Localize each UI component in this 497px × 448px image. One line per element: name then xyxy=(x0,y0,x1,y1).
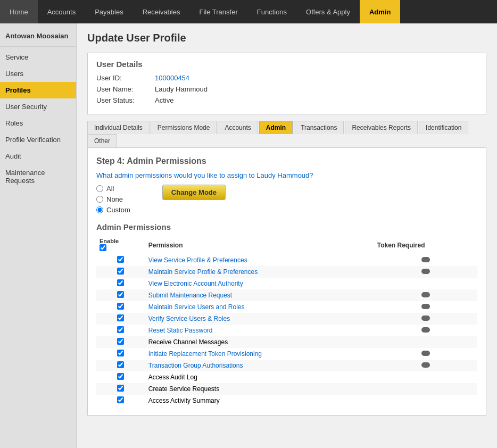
token-cell xyxy=(374,395,477,406)
user-details-title: User Details xyxy=(96,60,477,69)
token-cell xyxy=(374,266,477,278)
sidebar-item-profiles[interactable]: Profiles xyxy=(0,82,76,98)
sidebar-item-audit[interactable]: Audit xyxy=(0,148,76,164)
sidebar-item-roles[interactable]: Roles xyxy=(0,115,76,131)
user-id-value: 100000454 xyxy=(155,74,189,82)
token-cell xyxy=(374,254,477,266)
mode-custom[interactable]: Custom xyxy=(96,206,130,214)
radio-all[interactable] xyxy=(96,185,103,192)
permission-checkbox[interactable] xyxy=(117,314,124,321)
tab-individual-details[interactable]: Individual Details xyxy=(87,121,150,134)
permission-name[interactable]: Verify Service Users & Roles xyxy=(148,315,230,322)
permission-name[interactable]: Reset Static Password xyxy=(148,327,213,334)
tab-admin[interactable]: Admin xyxy=(259,121,293,134)
enable-all-checkbox[interactable] xyxy=(100,244,106,251)
sidebar-item-users[interactable]: Users xyxy=(0,65,76,82)
table-row: Maintain Service Profile & Preferences xyxy=(96,266,477,278)
tab-transactions[interactable]: Transactions xyxy=(294,121,344,134)
nav-admin[interactable]: Admin xyxy=(360,0,400,23)
permission-checkbox[interactable] xyxy=(117,350,124,356)
table-row: View Service Profile & Preferences xyxy=(96,254,477,266)
permission-name[interactable]: View Service Profile & Preferences xyxy=(148,256,247,264)
token-cell xyxy=(374,289,477,301)
tab-permissions-mode[interactable]: Permissions Mode xyxy=(151,121,217,134)
mode-none[interactable]: None xyxy=(96,195,130,203)
mode-none-label: None xyxy=(106,195,123,203)
table-row: Access Activity Summary xyxy=(96,395,477,406)
token-cell xyxy=(374,313,477,325)
mode-options: All None Custom xyxy=(96,185,130,214)
token-cell xyxy=(374,278,477,289)
sidebar-item-user-security[interactable]: User Security xyxy=(0,98,76,115)
permission-name: Access Activity Summary xyxy=(148,397,220,404)
permission-checkbox[interactable] xyxy=(117,291,124,298)
step-title: Step 4: Admin Permissions xyxy=(96,156,477,166)
page-title: Update User Profile xyxy=(87,32,486,44)
sidebar-item-service[interactable]: Service xyxy=(0,49,76,65)
permission-name[interactable]: Submit Maintenance Request xyxy=(148,292,232,299)
sidebar-item-maintenance-requests[interactable]: Maintenance Requests xyxy=(0,164,76,189)
main-container: Antowan Moosaian Service Users Profiles … xyxy=(0,23,497,448)
nav-receivables[interactable]: Receivables xyxy=(133,0,190,23)
token-cell xyxy=(374,325,477,336)
permission-name[interactable]: Maintain Service Profile & Preferences xyxy=(148,268,258,276)
nav-home[interactable]: Home xyxy=(0,0,38,23)
table-row: Receive Channel Messages xyxy=(96,336,477,348)
token-icon xyxy=(421,351,430,356)
token-cell xyxy=(374,371,477,383)
permission-name[interactable]: Maintain Service Users and Roles xyxy=(148,303,245,311)
token-icon xyxy=(421,257,430,262)
permission-checkbox[interactable] xyxy=(117,385,124,392)
token-cell xyxy=(374,336,477,348)
th-enable: Enable xyxy=(96,236,145,254)
th-permission: Permission xyxy=(145,236,374,254)
table-row: Reset Static Password xyxy=(96,325,477,336)
permission-checkbox[interactable] xyxy=(117,303,124,310)
permission-checkbox[interactable] xyxy=(117,279,124,286)
permission-name[interactable]: Transaction Group Authorisations xyxy=(148,362,243,369)
nav-offers-apply[interactable]: Offers & Apply xyxy=(296,0,360,23)
tab-identification[interactable]: Identification xyxy=(419,121,468,134)
mode-all[interactable]: All xyxy=(96,185,130,193)
permission-checkbox[interactable] xyxy=(117,373,124,380)
tab-accounts[interactable]: Accounts xyxy=(218,121,258,134)
permission-name[interactable]: View Electronic Account Authority xyxy=(148,280,243,287)
token-cell xyxy=(374,360,477,371)
token-cell xyxy=(374,383,477,395)
permission-checkbox[interactable] xyxy=(117,361,124,368)
permission-checkbox[interactable] xyxy=(117,338,124,345)
permission-name: Access Audit Log xyxy=(148,374,197,381)
mode-custom-label: Custom xyxy=(106,206,130,214)
permission-question: What admin permissions would you like to… xyxy=(96,171,477,179)
tabs-container: Individual Details Permissions Mode Acco… xyxy=(87,121,486,147)
user-name-value: Laudy Hammoud xyxy=(155,85,208,93)
radio-custom[interactable] xyxy=(96,206,103,213)
nav-payables[interactable]: Payables xyxy=(85,0,132,23)
token-icon xyxy=(421,327,430,333)
th-token-required: Token Required xyxy=(374,236,477,254)
token-icon xyxy=(421,316,430,321)
nav-file-transfer[interactable]: File Transfer xyxy=(189,0,247,23)
permissions-table: Enable Permission Token Required View Se… xyxy=(96,236,477,406)
permission-checkbox[interactable] xyxy=(117,326,124,333)
permission-name[interactable]: Initiate Replacement Token Provisioning xyxy=(148,350,262,358)
sidebar-item-profile-verification[interactable]: Profile Verification xyxy=(0,131,76,148)
permission-checkbox[interactable] xyxy=(117,396,124,403)
permission-checkbox[interactable] xyxy=(117,268,124,275)
user-status-value: Active xyxy=(155,96,173,104)
user-id-label: User ID: xyxy=(96,74,155,82)
tab-other[interactable]: Other xyxy=(87,134,117,147)
token-icon xyxy=(421,304,430,309)
token-icon xyxy=(421,362,430,368)
permission-name: Receive Channel Messages xyxy=(148,338,228,346)
radio-none[interactable] xyxy=(96,196,103,203)
nav-accounts[interactable]: Accounts xyxy=(38,0,85,23)
table-row: Transaction Group Authorisations xyxy=(96,360,477,371)
user-id-row: User ID: 100000454 xyxy=(96,74,477,82)
change-mode-button[interactable]: Change Mode xyxy=(162,185,226,200)
user-status-label: User Status: xyxy=(96,96,155,104)
nav-functions[interactable]: Functions xyxy=(247,0,296,23)
tab-receivables-reports[interactable]: Receivables Reports xyxy=(345,121,418,134)
permission-checkbox[interactable] xyxy=(117,256,124,263)
token-icon xyxy=(421,292,430,297)
